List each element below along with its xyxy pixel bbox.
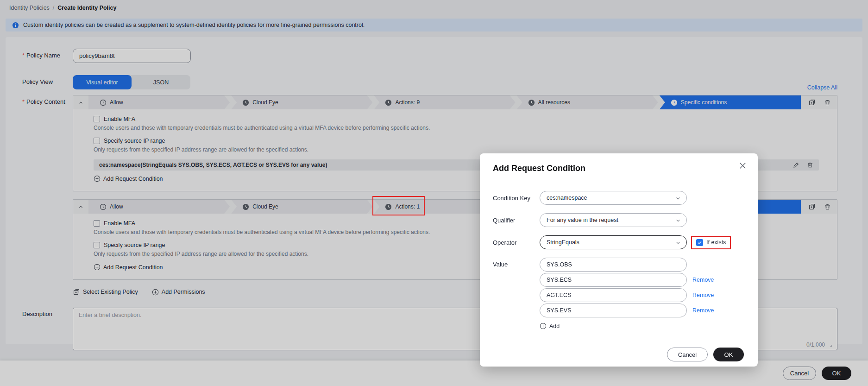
add-value-link[interactable]: Add (540, 323, 745, 329)
condition-key-value: ces:namespace (547, 195, 587, 201)
dialog-cancel-button[interactable]: Cancel (667, 348, 708, 361)
operator-value: StringEquals (547, 239, 579, 246)
add-request-condition-dialog: Add Request Condition Condition Key ces:… (480, 153, 758, 367)
chevron-down-icon (675, 218, 681, 223)
qualifier-label: Qualifier (493, 217, 540, 224)
chevron-down-icon (675, 196, 681, 201)
remove-value-link[interactable]: Remove (692, 277, 714, 283)
value-input-4[interactable] (540, 304, 687, 317)
red-annotation-if-exists: If exists (691, 236, 731, 249)
operator-select[interactable]: StringEquals (540, 235, 687, 249)
value-input-3[interactable] (540, 288, 687, 302)
remove-value-link[interactable]: Remove (692, 307, 714, 314)
value-row: Value Remove Remove Remove Add (493, 258, 745, 329)
value-item: Remove (540, 304, 745, 317)
value-item: Remove (540, 273, 745, 287)
operator-row: Operator StringEquals If exists (493, 235, 745, 249)
dialog-ok-button[interactable]: OK (713, 348, 744, 361)
qualifier-row: Qualifier For any value in the request (493, 213, 745, 227)
plus-circle-icon (540, 323, 547, 329)
value-label: Value (493, 258, 540, 272)
if-exists-checkbox[interactable] (696, 239, 703, 246)
remove-value-link[interactable]: Remove (692, 292, 714, 298)
value-input-1[interactable] (540, 258, 687, 272)
condition-key-label: Condition Key (493, 195, 540, 202)
dialog-buttons: Cancel OK (667, 348, 744, 361)
qualifier-value: For any value in the request (547, 217, 618, 223)
value-item (540, 258, 745, 272)
condition-key-row: Condition Key ces:namespace (493, 191, 745, 205)
check-icon (697, 240, 702, 245)
qualifier-select[interactable]: For any value in the request (540, 213, 687, 227)
condition-key-select[interactable]: ces:namespace (540, 191, 687, 205)
dialog-title: Add Request Condition (493, 164, 745, 173)
operator-label: Operator (493, 239, 540, 246)
chevron-down-icon (675, 240, 681, 246)
value-item: Remove (540, 288, 745, 302)
value-input-2[interactable] (540, 273, 687, 287)
close-icon[interactable] (739, 162, 747, 170)
if-exists-label: If exists (706, 239, 726, 246)
